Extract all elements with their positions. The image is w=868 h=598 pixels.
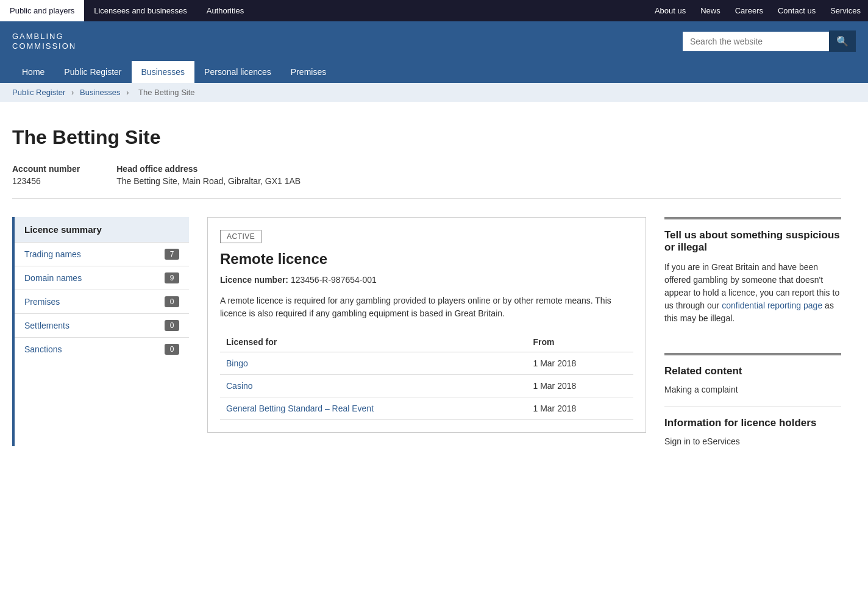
breadcrumb-separator-1: › xyxy=(71,88,76,97)
sidebar-badge-domain-names: 9 xyxy=(165,272,179,283)
licence-row-from-0: 1 Mar 2018 xyxy=(527,352,633,375)
top-navigation: Public and players Licensees and busines… xyxy=(0,0,868,21)
sidebar-label-settlements: Settlements xyxy=(24,321,69,330)
top-nav-left: Public and players Licensees and busines… xyxy=(0,0,254,21)
head-office-value: The Betting Site, Main Road, Gibraltar, … xyxy=(116,176,301,186)
sidebar-badge-settlements: 0 xyxy=(165,320,179,331)
site-header: GAMBLING COMMISSION 🔍 xyxy=(0,21,868,61)
licence-row-from-1: 1 Mar 2018 xyxy=(527,375,633,397)
licence-row-link-1[interactable]: Casino xyxy=(226,381,253,391)
licence-section: ACTIVE Remote licence Licence number: 12… xyxy=(207,217,646,446)
top-nav-news[interactable]: News xyxy=(693,0,728,21)
breadcrumb: Public Register › Businesses › The Betti… xyxy=(0,83,868,102)
sidebar-label-trading-names: Trading names xyxy=(24,249,81,259)
top-nav-authorities[interactable]: Authorities xyxy=(197,0,254,21)
related-content-heading: Related content xyxy=(664,365,841,377)
licence-description: A remote licence is required for any gam… xyxy=(220,294,633,320)
suspicious-text: If you are in Great Britain and have bee… xyxy=(664,261,841,325)
suspicious-heading: Tell us about something suspicious or il… xyxy=(664,229,841,254)
licence-sidebar: Licence summary Trading names 7 Domain n… xyxy=(12,217,189,446)
sidebar-badge-trading-names: 7 xyxy=(165,249,179,260)
search-input[interactable] xyxy=(683,32,829,51)
meta-section: Account number 123456 Head office addres… xyxy=(12,164,841,199)
right-sidebar: Tell us about something suspicious or il… xyxy=(664,217,841,446)
sidebar-item-domain-names[interactable]: Domain names 9 xyxy=(15,266,189,290)
search-button[interactable]: 🔍 xyxy=(829,30,856,52)
nav-home[interactable]: Home xyxy=(12,61,54,83)
nav-businesses[interactable]: Businesses xyxy=(132,61,195,83)
top-nav-about[interactable]: About us xyxy=(647,0,693,21)
sidebar-heading: Licence summary xyxy=(15,217,189,242)
main-content-area: Licence summary Trading names 7 Domain n… xyxy=(12,217,841,446)
top-nav-contact[interactable]: Contact us xyxy=(770,0,823,21)
making-complaint-link[interactable]: Making a complaint xyxy=(664,385,738,394)
sidebar-item-sanctions[interactable]: Sanctions 0 xyxy=(15,337,189,361)
licence-number: Licence number: 123456-R-987654-001 xyxy=(220,275,633,285)
licence-number-label: Licence number: xyxy=(220,275,288,285)
account-number-item: Account number 123456 xyxy=(12,164,80,186)
account-number-label: Account number xyxy=(12,164,80,174)
info-holders-box: Information for licence holders Sign in … xyxy=(664,407,841,446)
col-from: From xyxy=(527,332,633,352)
sidebar-badge-sanctions: 0 xyxy=(165,344,179,355)
breadcrumb-current: The Betting Site xyxy=(138,88,195,97)
breadcrumb-public-register[interactable]: Public Register xyxy=(12,88,65,97)
confidential-reporting-link[interactable]: confidential reporting page xyxy=(722,301,822,310)
breadcrumb-businesses[interactable]: Businesses xyxy=(80,88,120,97)
related-content-box: Related content Making a complaint xyxy=(664,353,841,394)
top-nav-public[interactable]: Public and players xyxy=(0,0,84,21)
nav-premises[interactable]: Premises xyxy=(281,61,336,83)
logo-line2: COMMISSION xyxy=(12,41,76,51)
table-row: General Betting Standard – Real Event1 M… xyxy=(220,397,633,420)
licence-row-from-2: 1 Mar 2018 xyxy=(527,397,633,420)
info-holders-heading: Information for licence holders xyxy=(664,417,841,429)
sidebar-label-domain-names: Domain names xyxy=(24,273,82,283)
table-row: Casino1 Mar 2018 xyxy=(220,375,633,397)
licence-row-link-2[interactable]: General Betting Standard – Real Event xyxy=(226,404,374,413)
nav-public-register[interactable]: Public Register xyxy=(54,61,131,83)
eservices-link[interactable]: Sign in to eServices xyxy=(664,436,740,446)
page-title: The Betting Site xyxy=(12,126,841,149)
sidebar-label-sanctions: Sanctions xyxy=(24,344,62,354)
search-box: 🔍 xyxy=(683,30,856,52)
top-nav-right: About us News Careers Contact us Service… xyxy=(647,0,868,21)
account-number-value: 123456 xyxy=(12,176,80,186)
site-logo: GAMBLING COMMISSION xyxy=(12,32,76,51)
table-row: Bingo1 Mar 2018 xyxy=(220,352,633,375)
main-navigation: Home Public Register Businesses Personal… xyxy=(0,61,868,83)
suspicious-box: Tell us about something suspicious or il… xyxy=(664,217,841,341)
licence-title: Remote licence xyxy=(220,251,633,268)
top-nav-services[interactable]: Services xyxy=(823,0,868,21)
sidebar-item-settlements[interactable]: Settlements 0 xyxy=(15,313,189,337)
head-office-label: Head office address xyxy=(116,164,301,174)
licence-number-value: 123456-R-987654-001 xyxy=(291,275,377,285)
sidebar-item-premises[interactable]: Premises 0 xyxy=(15,290,189,313)
col-licensed-for: Licensed for xyxy=(220,332,527,352)
breadcrumb-separator-2: › xyxy=(126,88,131,97)
logo-line1: GAMBLING xyxy=(12,32,76,41)
top-nav-careers[interactable]: Careers xyxy=(728,0,770,21)
head-office-item: Head office address The Betting Site, Ma… xyxy=(116,164,301,186)
nav-personal-licences[interactable]: Personal licences xyxy=(194,61,281,83)
sidebar-badge-premises: 0 xyxy=(165,296,179,307)
sidebar-label-premises: Premises xyxy=(24,297,60,307)
licence-card: ACTIVE Remote licence Licence number: 12… xyxy=(207,217,646,433)
page-content: The Betting Site Account number 123456 H… xyxy=(0,102,853,471)
sidebar-item-trading-names[interactable]: Trading names 7 xyxy=(15,242,189,266)
licence-table: Licensed for From Bingo1 Mar 2018Casino1… xyxy=(220,332,633,420)
licence-row-link-0[interactable]: Bingo xyxy=(226,358,248,368)
top-nav-licensees[interactable]: Licensees and businesses xyxy=(84,0,197,21)
table-header-row: Licensed for From xyxy=(220,332,633,352)
status-badge: ACTIVE xyxy=(220,230,261,243)
